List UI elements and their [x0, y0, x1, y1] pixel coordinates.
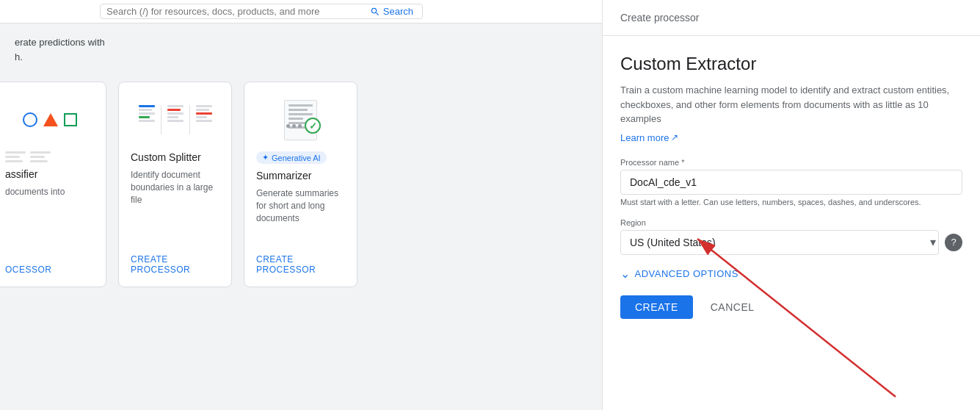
panel-description: Train a custom machine learning model to…	[620, 83, 962, 126]
summarizer-title: Summarizer	[256, 170, 345, 181]
summarizer-icon: ✓	[284, 100, 317, 140]
cancel-button[interactable]: CANCEL	[699, 295, 766, 319]
region-select-wrapper: US (United States) EU (European Union) ▾…	[620, 230, 962, 255]
panel-body: Custom Extractor Train a custom machine …	[603, 36, 980, 410]
card-splitter: Custom Splitter Identify document bounda…	[118, 82, 232, 287]
splitter-icon	[139, 105, 212, 134]
advanced-options-toggle[interactable]: ⌄ ADVANCED OPTIONS	[620, 267, 962, 281]
cards-container: assifier documents into OCESSOR	[0, 82, 602, 287]
classifier-icon-area	[5, 94, 94, 145]
search-box[interactable]: Search	[100, 4, 423, 19]
summarizer-icon-area: ✓	[256, 94, 345, 145]
processor-name-field: Processor name * Must start with a lette…	[620, 158, 962, 206]
advanced-options-label: ADVANCED OPTIONS	[635, 268, 738, 279]
splitter-desc: Identify document boundaries in a large …	[131, 169, 219, 242]
processor-name-input[interactable]	[620, 170, 962, 195]
card-classifier: assifier documents into OCESSOR	[0, 82, 106, 287]
create-processor-panel: Create processor Custom Extractor Train …	[602, 0, 980, 410]
panel-title: Custom Extractor	[620, 54, 962, 74]
classifier-desc: documents into	[5, 186, 94, 253]
processor-name-label: Processor name *	[620, 158, 962, 167]
splitter-link[interactable]: CREATE PROCESSOR	[131, 254, 219, 275]
learn-more-link[interactable]: Learn more ↗	[620, 132, 678, 143]
splitter-title: Custom Splitter	[131, 151, 219, 163]
shape-circle	[23, 112, 37, 127]
external-link-icon: ↗	[671, 132, 678, 143]
shape-triangle	[43, 113, 58, 126]
classifier-shapes	[23, 112, 77, 127]
classifier-title: assifier	[5, 168, 94, 180]
search-label: Search	[383, 6, 413, 17]
panel-header: Create processor	[603, 0, 980, 36]
page-description: erate predictions withh.	[0, 24, 602, 76]
search-button[interactable]: Search	[367, 6, 416, 17]
help-icon[interactable]: ?	[945, 234, 962, 251]
sparkle-icon: ✦	[262, 153, 269, 162]
generative-badge: ✦ Generative AI	[256, 151, 327, 164]
classifier-link[interactable]: OCESSOR	[5, 265, 94, 275]
search-icon	[370, 7, 380, 17]
create-button[interactable]: CREATE	[620, 295, 693, 319]
summarizer-link[interactable]: CREATE PROCESSOR	[256, 254, 345, 275]
shape-square	[64, 113, 77, 126]
main-content: erate predictions withh.	[0, 24, 602, 410]
chevron-icon: ⌄	[620, 267, 631, 281]
learn-more-label: Learn more	[620, 132, 669, 143]
action-buttons: CREATE CANCEL	[620, 295, 962, 319]
search-input[interactable]	[106, 6, 367, 17]
splitter-icon-area	[131, 94, 219, 145]
region-label: Region	[620, 218, 962, 227]
region-select[interactable]: US (United States) EU (European Union)	[620, 230, 939, 255]
badge-label: Generative AI	[272, 154, 321, 162]
summarizer-desc: Generate summaries for short and long do…	[256, 187, 345, 242]
region-field: Region US (United States) EU (European U…	[620, 218, 962, 255]
card-summarizer: ✓ ✦ Generative AI Summarizer Generate su…	[244, 82, 357, 287]
processor-name-hint: Must start with a letter. Can use letter…	[620, 198, 962, 206]
